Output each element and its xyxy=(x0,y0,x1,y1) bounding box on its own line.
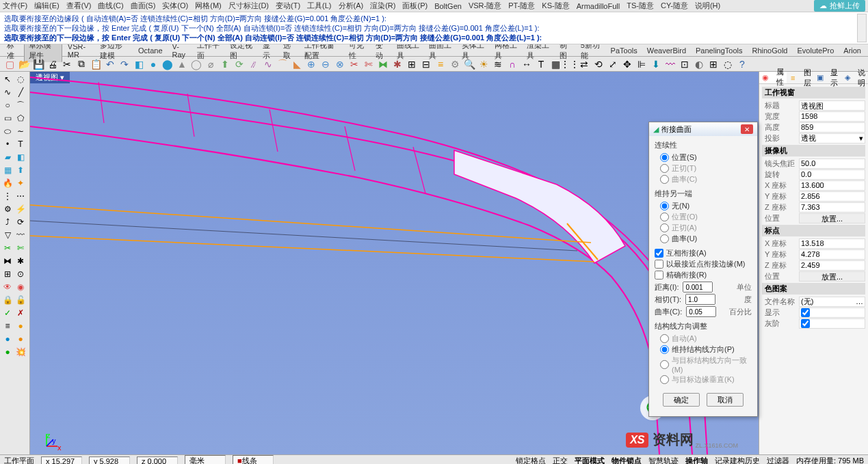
status-planar[interactable]: 平面模式 xyxy=(575,456,605,464)
radio-tangent2[interactable]: 正切(A) xyxy=(655,223,752,233)
prop-width-v[interactable]: 1598 xyxy=(799,111,865,122)
ltool-line-icon[interactable]: ╱ xyxy=(14,86,27,98)
tool-split-icon[interactable]: ✂ xyxy=(347,57,361,71)
status-gumball[interactable]: 操作轴 xyxy=(685,456,708,464)
tool-dim-icon[interactable]: ↔ xyxy=(520,57,534,71)
ltool-circle-icon[interactable]: ○ xyxy=(1,99,14,111)
tool-move-icon[interactable]: ✥ xyxy=(620,57,634,71)
tol-tan-input[interactable] xyxy=(685,294,715,305)
cam-focal-v[interactable]: 50.0 xyxy=(799,159,865,169)
tool-open-icon[interactable]: 📂 xyxy=(17,57,31,71)
tab-weaverbird[interactable]: WeaverBird xyxy=(643,46,690,55)
tool-shade-icon[interactable]: ◐ xyxy=(692,57,706,71)
panel-tab-props[interactable]: ◉属性 xyxy=(759,72,787,83)
tool-sphere-icon[interactable]: ● xyxy=(146,57,160,71)
status-gridsnap[interactable]: 锁定格点 xyxy=(516,456,546,464)
tool-scale-icon[interactable]: ⤢ xyxy=(606,57,620,71)
ltool-split-icon[interactable]: ✄ xyxy=(14,242,27,254)
tool-analyze-icon[interactable]: 🔍 xyxy=(462,57,476,71)
tool-diff-icon[interactable]: ⊖ xyxy=(319,57,332,71)
ltool-layer-icon[interactable]: ≡ xyxy=(1,320,14,332)
ltool-gear-icon[interactable]: ⚙ xyxy=(1,203,14,215)
ltool-lock-icon[interactable]: 🔒 xyxy=(1,294,14,306)
tool-help-icon[interactable]: ? xyxy=(735,57,749,71)
menu-analyze[interactable]: 分析(A) xyxy=(339,1,364,11)
status-cplane[interactable]: 工作平面 xyxy=(4,456,34,464)
ltool-mesh-icon[interactable]: ▦ xyxy=(1,164,14,176)
ltool-twist-icon[interactable]: ⟳ xyxy=(14,216,27,228)
status-osnap[interactable]: 物件锁点 xyxy=(611,456,642,464)
radio-match-target[interactable]: 与目标结构线方向一致(M) xyxy=(655,355,752,374)
ltool-bolt-icon[interactable]: ⚡ xyxy=(14,203,27,215)
status-filter[interactable]: 过滤器 xyxy=(767,456,789,464)
ok-button[interactable]: 确定 xyxy=(663,393,700,407)
menu-help[interactable]: 说明(H) xyxy=(695,1,720,11)
menu-ts[interactable]: TS-随意 xyxy=(627,1,654,11)
ltool-sphere-icon[interactable]: ● xyxy=(1,333,14,345)
tool-torus-icon[interactable]: ◯ xyxy=(189,57,203,71)
tool-cut-icon[interactable]: ✂ xyxy=(60,57,74,71)
menu-tools[interactable]: 工具(L) xyxy=(307,1,331,11)
menu-cy[interactable]: CY-随意 xyxy=(661,1,688,11)
share-upload-button[interactable]: ☁抢鲜上传 xyxy=(814,0,865,12)
ltool-lasso-icon[interactable]: ◌ xyxy=(14,73,27,85)
tool-undo-icon[interactable]: ↶ xyxy=(103,57,117,71)
cam-y-v[interactable]: 2.856 xyxy=(799,191,865,202)
radio-position[interactable]: 位置(S) xyxy=(655,152,752,163)
ltool-explode-icon[interactable]: ✱ xyxy=(14,255,27,267)
tool-cone-icon[interactable]: ▲ xyxy=(175,57,189,71)
cam-x-v[interactable]: 13.600 xyxy=(799,180,865,191)
panel-tab-help[interactable]: ◈说明 xyxy=(841,72,868,83)
menu-mesh[interactable]: 网格(M) xyxy=(195,1,222,11)
menu-render[interactable]: 渲染(R) xyxy=(370,1,395,11)
ltool-x-icon[interactable]: ✗ xyxy=(14,307,27,319)
cancel-button[interactable]: 取消 xyxy=(707,393,744,407)
tool-revolve-icon[interactable]: ⟳ xyxy=(233,57,246,71)
menu-file[interactable]: 文件(F) xyxy=(3,1,27,11)
chk-refine[interactable]: 精确衔接(R) xyxy=(655,270,752,280)
radio-position2[interactable]: 位置(O) xyxy=(655,212,752,222)
tool-array-icon[interactable]: ⋮⋮ xyxy=(563,57,577,71)
menu-transform[interactable]: 变动(T) xyxy=(276,1,300,11)
ltool-curve-icon[interactable]: ∼ xyxy=(14,125,27,137)
tool-render-icon[interactable]: ☀ xyxy=(477,57,490,71)
menu-ks[interactable]: KS-随意 xyxy=(542,1,569,11)
tool-sweep-icon[interactable]: ∿ xyxy=(261,57,275,71)
tool-save-icon[interactable]: 💾 xyxy=(31,57,45,71)
wp-file-v[interactable]: (无)… xyxy=(799,297,865,307)
tool-pipe-icon[interactable]: ⌀ xyxy=(204,57,218,71)
tool-ungroup-icon[interactable]: ⊟ xyxy=(419,57,433,71)
wp-gray-v[interactable] xyxy=(799,318,865,329)
ltool-rect-icon[interactable]: ▭ xyxy=(1,112,14,124)
ltool-join-icon[interactable]: ⧓ xyxy=(1,255,14,267)
ltool-polyline-icon[interactable]: ∿ xyxy=(1,86,14,98)
tool-props-icon[interactable]: ⚙ xyxy=(448,57,462,71)
tool-zebra-icon[interactable]: ≋ xyxy=(491,57,505,71)
ltool-bug-icon[interactable]: 💥 xyxy=(14,346,27,358)
tool-align-icon[interactable]: ⊫ xyxy=(635,57,648,71)
tool-copy-icon[interactable]: ⧉ xyxy=(75,57,88,71)
tool-explode-icon[interactable]: ✱ xyxy=(391,57,404,71)
tool-wireframe-icon[interactable]: ⊞ xyxy=(707,57,720,71)
menu-edit[interactable]: 编辑(E) xyxy=(34,1,60,11)
wp-show-checkbox[interactable] xyxy=(801,308,810,317)
menu-view[interactable]: 查看(V) xyxy=(66,1,92,11)
tool-new-icon[interactable]: ▢ xyxy=(3,57,16,71)
chk-closest[interactable]: 以最接近点衔接边缘(M) xyxy=(655,259,752,269)
tgt-y-v[interactable]: 4.278 xyxy=(799,249,865,260)
chk-average[interactable]: 互相衔接(A) xyxy=(655,248,752,258)
cam-place-button[interactable]: 放置... xyxy=(799,213,865,223)
tool-mirror-icon[interactable]: ⇄ xyxy=(577,57,591,71)
ltool-surface-icon[interactable]: ▰ xyxy=(1,151,14,163)
panel-tab-layers[interactable]: ≡图层 xyxy=(787,72,814,83)
menu-solid[interactable]: 实体(O) xyxy=(162,1,188,11)
wp-gray-checkbox[interactable] xyxy=(801,319,810,328)
menu-boltgen[interactable]: BoltGen xyxy=(434,2,462,10)
ltool-polygon-icon[interactable]: ⬠ xyxy=(14,112,27,124)
tool-trim-icon[interactable]: ✄ xyxy=(362,57,376,71)
tool-chamfer-icon[interactable]: ◣ xyxy=(290,57,304,71)
tool-project-icon[interactable]: ⬇ xyxy=(649,57,663,71)
cam-z-v[interactable]: 7.363 xyxy=(799,202,865,213)
menu-panels[interactable]: 面板(P) xyxy=(402,1,428,11)
tgt-z-v[interactable]: 2.459 xyxy=(799,260,865,271)
